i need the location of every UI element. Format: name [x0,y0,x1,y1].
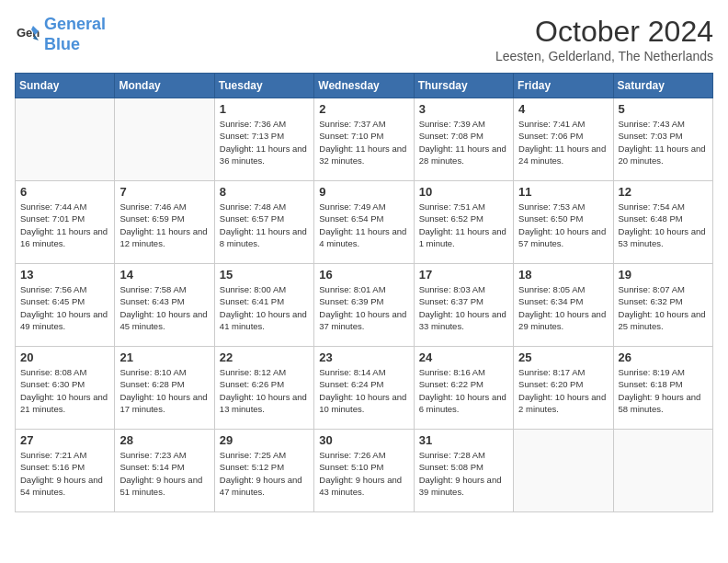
weekday-header-wednesday: Wednesday [314,74,414,98]
calendar-week-row: 6Sunrise: 7:44 AM Sunset: 7:01 PM Daylig… [16,181,713,264]
day-number: 29 [220,433,309,447]
weekday-header-monday: Monday [115,74,214,98]
calendar-week-row: 20Sunrise: 8:08 AM Sunset: 6:30 PM Dayli… [16,347,713,430]
day-info: Sunrise: 7:26 AM Sunset: 5:10 PM Dayligh… [319,449,408,498]
day-info: Sunrise: 7:46 AM Sunset: 6:59 PM Dayligh… [119,201,209,249]
calendar-cell: 8Sunrise: 7:48 AM Sunset: 6:57 PM Daylig… [214,181,313,264]
day-number: 10 [419,185,508,199]
day-info: Sunrise: 8:16 AM Sunset: 6:22 PM Dayligh… [419,366,508,415]
calendar-cell [16,98,115,181]
day-info: Sunrise: 7:51 AM Sunset: 6:52 PM Dayligh… [419,201,508,249]
calendar-cell: 31Sunrise: 7:28 AM Sunset: 5:08 PM Dayli… [414,430,513,512]
calendar-cell [514,430,613,512]
calendar-cell: 22Sunrise: 8:12 AM Sunset: 6:26 PM Dayli… [214,347,313,430]
day-number: 25 [518,350,608,364]
day-info: Sunrise: 7:37 AM Sunset: 7:10 PM Dayligh… [319,118,408,167]
day-info: Sunrise: 7:54 AM Sunset: 6:48 PM Dayligh… [619,201,708,249]
day-number: 26 [619,350,708,364]
day-info: Sunrise: 8:00 AM Sunset: 6:41 PM Dayligh… [220,283,309,332]
day-number: 8 [220,185,309,199]
calendar-cell: 18Sunrise: 8:05 AM Sunset: 6:34 PM Dayli… [514,264,613,347]
day-info: Sunrise: 8:05 AM Sunset: 6:34 PM Dayligh… [518,283,608,332]
day-number: 17 [419,268,508,282]
day-number: 27 [20,433,109,447]
calendar-cell: 23Sunrise: 8:14 AM Sunset: 6:24 PM Dayli… [314,347,414,430]
day-number: 23 [319,350,408,364]
day-info: Sunrise: 7:41 AM Sunset: 7:06 PM Dayligh… [518,118,608,167]
day-number: 1 [220,102,309,116]
weekday-header-tuesday: Tuesday [214,74,313,98]
day-number: 30 [319,433,408,447]
logo-text: General Blue [44,15,106,54]
calendar-cell: 10Sunrise: 7:51 AM Sunset: 6:52 PM Dayli… [414,181,513,264]
calendar-cell: 16Sunrise: 8:01 AM Sunset: 6:39 PM Dayli… [314,264,414,347]
calendar-cell: 29Sunrise: 7:25 AM Sunset: 5:12 PM Dayli… [214,430,313,512]
day-number: 11 [518,185,608,199]
calendar-week-row: 27Sunrise: 7:21 AM Sunset: 5:16 PM Dayli… [16,430,713,512]
calendar-cell: 5Sunrise: 7:43 AM Sunset: 7:03 PM Daylig… [613,98,712,181]
weekday-header-saturday: Saturday [613,74,712,98]
day-info: Sunrise: 8:10 AM Sunset: 6:28 PM Dayligh… [119,366,209,415]
page-header: Gen General Blue October 2024 Leesten, G… [15,15,713,63]
calendar-cell: 14Sunrise: 7:58 AM Sunset: 6:43 PM Dayli… [115,264,214,347]
calendar-cell: 4Sunrise: 7:41 AM Sunset: 7:06 PM Daylig… [514,98,613,181]
day-info: Sunrise: 7:23 AM Sunset: 5:14 PM Dayligh… [119,449,209,498]
calendar-table: SundayMondayTuesdayWednesdayThursdayFrid… [15,73,713,512]
day-number: 4 [518,102,608,116]
day-info: Sunrise: 7:49 AM Sunset: 6:54 PM Dayligh… [319,201,408,249]
day-number: 20 [20,350,109,364]
calendar-cell: 7Sunrise: 7:46 AM Sunset: 6:59 PM Daylig… [115,181,214,264]
day-number: 24 [419,350,508,364]
location: Leesten, Gelderland, The Netherlands [495,49,713,63]
day-number: 7 [119,185,209,199]
day-info: Sunrise: 8:01 AM Sunset: 6:39 PM Dayligh… [319,283,408,332]
weekday-header-friday: Friday [514,74,613,98]
calendar-week-row: 13Sunrise: 7:56 AM Sunset: 6:45 PM Dayli… [16,264,713,347]
day-number: 18 [518,268,608,282]
day-info: Sunrise: 8:03 AM Sunset: 6:37 PM Dayligh… [419,283,508,332]
weekday-header-row: SundayMondayTuesdayWednesdayThursdayFrid… [16,74,713,98]
day-number: 14 [119,268,209,282]
day-number: 9 [319,185,408,199]
calendar-cell: 28Sunrise: 7:23 AM Sunset: 5:14 PM Dayli… [115,430,214,512]
title-block: October 2024 Leesten, Gelderland, The Ne… [495,15,713,63]
calendar-cell: 6Sunrise: 7:44 AM Sunset: 7:01 PM Daylig… [16,181,115,264]
calendar-cell: 1Sunrise: 7:36 AM Sunset: 7:13 PM Daylig… [214,98,313,181]
day-number: 13 [20,268,109,282]
calendar-cell: 17Sunrise: 8:03 AM Sunset: 6:37 PM Dayli… [414,264,513,347]
day-info: Sunrise: 8:19 AM Sunset: 6:18 PM Dayligh… [619,366,708,415]
weekday-header-thursday: Thursday [414,74,513,98]
day-number: 28 [119,433,209,447]
calendar-cell: 9Sunrise: 7:49 AM Sunset: 6:54 PM Daylig… [314,181,414,264]
day-info: Sunrise: 7:36 AM Sunset: 7:13 PM Dayligh… [220,118,309,167]
calendar-cell: 21Sunrise: 8:10 AM Sunset: 6:28 PM Dayli… [115,347,214,430]
day-info: Sunrise: 7:25 AM Sunset: 5:12 PM Dayligh… [220,449,309,498]
day-info: Sunrise: 7:28 AM Sunset: 5:08 PM Dayligh… [419,449,508,498]
day-number: 16 [319,268,408,282]
day-number: 6 [20,185,109,199]
day-info: Sunrise: 8:07 AM Sunset: 6:32 PM Dayligh… [619,283,708,332]
calendar-cell: 3Sunrise: 7:39 AM Sunset: 7:08 PM Daylig… [414,98,513,181]
month-title: October 2024 [495,15,713,49]
calendar-cell: 27Sunrise: 7:21 AM Sunset: 5:16 PM Dayli… [16,430,115,512]
day-number: 3 [419,102,508,116]
day-info: Sunrise: 7:58 AM Sunset: 6:43 PM Dayligh… [119,283,209,332]
day-number: 21 [119,350,209,364]
calendar-cell: 24Sunrise: 8:16 AM Sunset: 6:22 PM Dayli… [414,347,513,430]
day-info: Sunrise: 8:14 AM Sunset: 6:24 PM Dayligh… [319,366,408,415]
day-info: Sunrise: 7:43 AM Sunset: 7:03 PM Dayligh… [619,118,708,167]
day-info: Sunrise: 7:44 AM Sunset: 7:01 PM Dayligh… [20,201,109,249]
day-number: 12 [619,185,708,199]
day-info: Sunrise: 8:12 AM Sunset: 6:26 PM Dayligh… [220,366,309,415]
weekday-header-sunday: Sunday [16,74,115,98]
calendar-cell: 13Sunrise: 7:56 AM Sunset: 6:45 PM Dayli… [16,264,115,347]
calendar-cell: 20Sunrise: 8:08 AM Sunset: 6:30 PM Dayli… [16,347,115,430]
logo-icon: Gen [15,22,40,48]
day-info: Sunrise: 7:56 AM Sunset: 6:45 PM Dayligh… [20,283,109,332]
day-info: Sunrise: 7:48 AM Sunset: 6:57 PM Dayligh… [220,201,309,249]
day-number: 31 [419,433,508,447]
calendar-cell: 19Sunrise: 8:07 AM Sunset: 6:32 PM Dayli… [613,264,712,347]
logo: Gen General Blue [15,15,106,54]
calendar-week-row: 1Sunrise: 7:36 AM Sunset: 7:13 PM Daylig… [16,98,713,181]
day-number: 15 [220,268,309,282]
